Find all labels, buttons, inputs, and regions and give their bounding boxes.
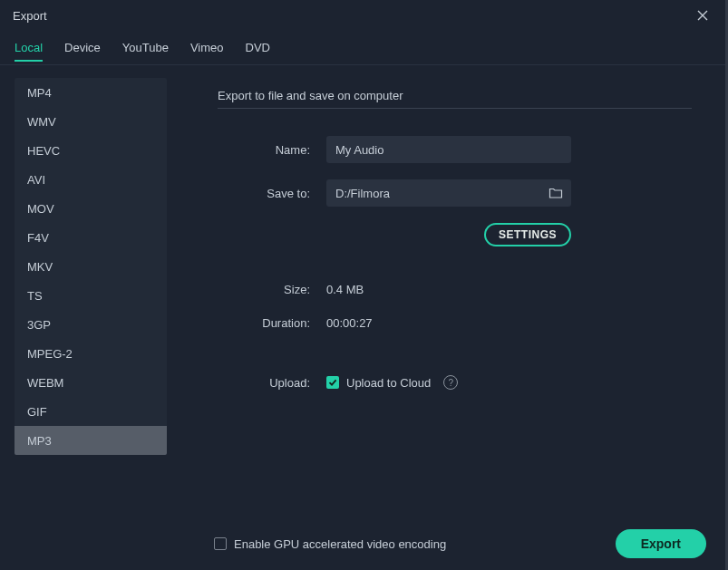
close-icon bbox=[697, 10, 708, 21]
upload-label: Upload: bbox=[218, 376, 326, 390]
close-button[interactable] bbox=[690, 3, 715, 28]
name-input[interactable] bbox=[326, 136, 571, 163]
format-ts[interactable]: TS bbox=[15, 281, 167, 310]
upload-cloud-label: Upload to Cloud bbox=[346, 376, 431, 390]
export-button[interactable]: Export bbox=[616, 529, 706, 558]
tab-local[interactable]: Local bbox=[15, 34, 43, 62]
format-mp4[interactable]: MP4 bbox=[15, 78, 167, 107]
format-mov[interactable]: MOV bbox=[15, 194, 167, 223]
main-panel: Export to file and save on computer Name… bbox=[181, 65, 728, 517]
size-label: Size: bbox=[218, 283, 326, 296]
format-mpeg2[interactable]: MPEG-2 bbox=[15, 339, 167, 368]
browse-folder-button[interactable] bbox=[548, 185, 564, 201]
duration-label: Duration: bbox=[218, 316, 326, 330]
format-avi[interactable]: AVI bbox=[15, 165, 167, 194]
section-title: Export to file and save on computer bbox=[218, 89, 692, 109]
format-webm[interactable]: WEBM bbox=[15, 368, 167, 397]
name-label: Name: bbox=[218, 143, 326, 157]
format-sidebar: MP4 WMV HEVC AVI MOV F4V MKV TS 3GP MPEG… bbox=[0, 65, 181, 517]
tab-vimeo[interactable]: Vimeo bbox=[190, 34, 224, 62]
gpu-label: Enable GPU accelerated video encoding bbox=[234, 537, 446, 551]
format-gif[interactable]: GIF bbox=[15, 397, 167, 426]
format-mp3[interactable]: MP3 bbox=[15, 426, 167, 455]
saveto-label: Save to: bbox=[218, 187, 326, 200]
format-3gp[interactable]: 3GP bbox=[15, 310, 167, 339]
upload-cloud-checkbox[interactable] bbox=[326, 376, 339, 389]
format-wmv[interactable]: WMV bbox=[15, 107, 167, 136]
footer: Enable GPU accelerated video encoding Ex… bbox=[0, 517, 728, 570]
format-list: MP4 WMV HEVC AVI MOV F4V MKV TS 3GP MPEG… bbox=[15, 78, 167, 455]
window-title: Export bbox=[13, 9, 47, 23]
tab-bar: Local Device YouTube Vimeo DVD bbox=[0, 31, 728, 65]
saveto-input[interactable] bbox=[326, 179, 571, 207]
help-icon: ? bbox=[448, 378, 453, 388]
settings-button[interactable]: SETTINGS bbox=[484, 223, 571, 246]
format-hevc[interactable]: HEVC bbox=[15, 136, 167, 165]
titlebar: Export bbox=[0, 0, 728, 31]
check-icon bbox=[328, 378, 337, 387]
tab-dvd[interactable]: DVD bbox=[246, 34, 270, 62]
tab-device[interactable]: Device bbox=[64, 34, 101, 62]
upload-help-button[interactable]: ? bbox=[443, 375, 458, 390]
format-f4v[interactable]: F4V bbox=[15, 223, 167, 252]
size-value: 0.4 MB bbox=[326, 283, 364, 296]
tab-youtube[interactable]: YouTube bbox=[122, 34, 169, 62]
duration-value: 00:00:27 bbox=[326, 316, 373, 330]
format-mkv[interactable]: MKV bbox=[15, 252, 167, 281]
folder-icon bbox=[548, 186, 563, 200]
gpu-checkbox[interactable] bbox=[214, 537, 227, 550]
